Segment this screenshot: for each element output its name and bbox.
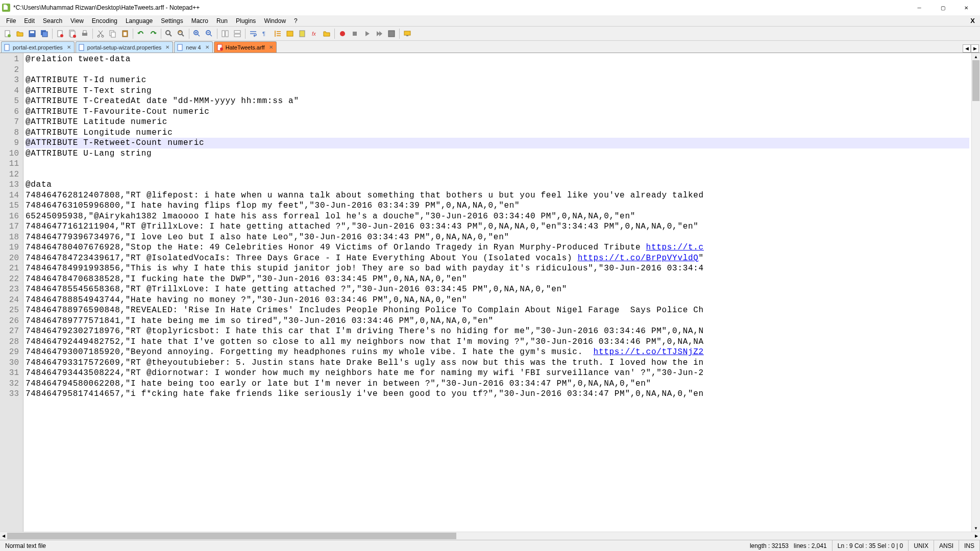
stop-macro-icon[interactable] [349,28,360,39]
play-macro-icon[interactable] [361,28,373,39]
url-link[interactable]: https://t.co/BrPpVYvldQ [578,254,699,263]
save-all-icon[interactable] [39,28,50,39]
editor-line[interactable]: @data [26,180,969,190]
editor-line[interactable]: 748464784723439617,"RT @IsolatedVocaIs: … [26,253,969,264]
menu-encoding[interactable]: Encoding [88,16,121,26]
editor-line[interactable]: 748464788976590848,"REVEALED: 'Rise In H… [26,305,969,316]
tab-portal-ext[interactable]: portal-ext.properties ✕ [1,41,75,53]
close-button[interactable]: ✕ [954,0,978,15]
close-file-icon[interactable] [55,28,66,39]
text-editor[interactable]: @relation tweet-data @ATTRIBUTE T-Id num… [23,53,971,532]
editor-line[interactable]: 748464792302718976,"RT @toplyricsbot: I … [26,326,969,337]
scrollbar-thumb[interactable] [7,533,456,539]
editor-line[interactable]: 748464793317572609,"RT @theyoutubieber: … [26,358,969,368]
editor-line[interactable]: 748464792449482752,"I hate that I've got… [26,337,969,347]
find-icon[interactable] [163,28,175,39]
paste-icon[interactable] [119,28,131,39]
menu-plugins[interactable]: Plugins [232,16,260,26]
scrollbar-track[interactable] [7,532,973,540]
editor-line[interactable]: @ATTRIBUTE T-Text string [26,86,969,96]
monitor-icon[interactable] [402,28,413,39]
editor-line[interactable]: 748464762812407808,"RT @lifepost: i hate… [26,190,969,201]
url-link[interactable]: https://t.c [646,243,704,252]
new-file-icon[interactable] [2,28,13,39]
editor-line[interactable]: @ATTRIBUTE Latitude numeric [26,117,969,128]
scroll-left-icon[interactable]: ◀ [0,532,7,540]
user-lang-icon[interactable] [284,28,296,39]
menu-window[interactable]: Window [260,16,290,26]
close-all-icon[interactable] [67,28,78,39]
editor-line[interactable]: @relation tweet-data [26,54,969,65]
menu-macro[interactable]: Macro [187,16,212,26]
editor-line[interactable]: 748464789777571841,"I hate being me im s… [26,316,969,327]
save-icon[interactable] [27,28,38,39]
horizontal-scrollbar[interactable]: ◀ ▶ [0,532,980,540]
editor-line[interactable] [26,169,969,180]
scroll-up-icon[interactable]: ▲ [972,53,980,60]
func-list-icon[interactable]: fx [309,28,320,39]
undo-icon[interactable] [135,28,146,39]
doc-map-icon[interactable] [297,28,308,39]
editor-line[interactable]: @ATTRIBUTE T-CreatedAt date "dd-MMM-yyyy… [26,96,969,107]
tab-next-button[interactable]: ▶ [971,44,979,53]
editor-line[interactable]: @ATTRIBUTE T-Id numeric [26,75,969,86]
editor-line[interactable]: 748464780407676928,"Stop the Hate: 49 Ce… [26,242,969,253]
editor-line[interactable]: 748464793443508224,"RT @diornotwar: I wo… [26,368,969,379]
editor-line[interactable]: 748464763105996800,"I hate having flips … [26,201,969,211]
wordwrap-icon[interactable] [248,28,259,39]
url-link[interactable]: https://t.co/tTJSNjZ2 [594,347,704,357]
record-macro-icon[interactable] [337,28,348,39]
editor-line[interactable]: 748464794580062208,"I hate being too ear… [26,379,969,389]
editor-line[interactable]: 748464784706838528,"I fucking hate the D… [26,274,969,285]
editor-line[interactable]: 748464784991993856,"This is why I hate t… [26,263,969,274]
editor-line[interactable]: 748464788854943744,"Hate having no money… [26,295,969,306]
editor-line[interactable] [26,159,969,169]
copy-icon[interactable] [107,28,118,39]
tab-prev-button[interactable]: ◀ [963,44,971,53]
editor-line[interactable]: 748464779396734976,"I love Leo but I als… [26,232,969,243]
menu-help[interactable]: ? [290,16,302,26]
minimize-button[interactable]: ─ [908,0,931,15]
vertical-scrollbar[interactable]: ▲ ▼ [971,53,980,532]
editor-line[interactable]: 65245095938,"@Airykah1382 lmaoooo I hate… [26,211,969,222]
sync-hscroll-icon[interactable] [232,28,243,39]
maximize-button[interactable]: ▢ [931,0,954,15]
zoom-out-icon[interactable] [204,28,215,39]
menu-search[interactable]: Search [39,16,66,26]
scroll-right-icon[interactable]: ▶ [973,532,980,540]
zoom-in-icon[interactable] [191,28,203,39]
tab-new4[interactable]: new 4 ✕ [174,41,212,53]
print-icon[interactable] [79,28,90,39]
editor-line[interactable]: 74846477161211904,"RT @TrillxLove: I hat… [26,221,969,232]
menu-settings[interactable]: Settings [157,16,187,26]
menu-run[interactable]: Run [212,16,232,26]
scroll-down-icon[interactable]: ▼ [972,524,980,532]
menu-language[interactable]: Language [121,16,157,26]
replace-icon[interactable]: ab [176,28,187,39]
menu-file[interactable]: File [2,16,20,26]
tab-close-icon[interactable]: ✕ [164,44,170,50]
tab-close-icon[interactable]: ✕ [204,44,210,50]
editor-line[interactable]: 748464793007185920,"Beyond annoying. For… [26,347,969,358]
redo-icon[interactable] [148,28,159,39]
editor-line[interactable]: 748464785545658368,"RT @TrillxLove: I ha… [26,284,969,295]
close-document-button[interactable]: X [967,17,978,24]
save-macro-icon[interactable] [386,28,397,39]
tab-close-icon[interactable]: ✕ [268,44,274,50]
show-all-chars-icon[interactable]: ¶ [260,28,271,39]
cut-icon[interactable] [95,28,106,39]
scrollbar-thumb[interactable] [972,60,979,101]
menu-edit[interactable]: Edit [20,16,39,26]
editor-line[interactable]: @ATTRIBUTE T-Favourite-Cout numeric [26,107,969,117]
tab-close-icon[interactable]: ✕ [66,44,72,50]
tab-hatetweets[interactable]: HateTweets.arff ✕ [214,41,277,53]
editor-line[interactable]: @ATTRIBUTE Longitude numeric [26,128,969,138]
indent-guide-icon[interactable] [272,28,283,39]
sync-vscroll-icon[interactable] [219,28,231,39]
menu-view[interactable]: View [66,16,88,26]
editor-line[interactable]: @ATTRIBUTE U-Lang string [26,148,969,159]
editor-line[interactable] [26,65,969,76]
editor-line[interactable]: 748464795817414657,"i f*cking hate fake … [26,389,969,399]
open-file-icon[interactable] [14,28,26,39]
editor-line[interactable]: @ATTRIBUTE T-Retweet-Count numeric [26,138,969,148]
